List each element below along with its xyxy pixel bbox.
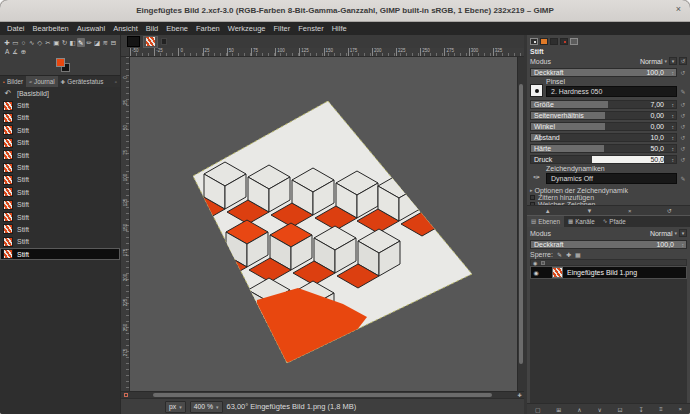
horizontal-scrollbar-thumb[interactable] [153,393,492,397]
spinner-icon[interactable]: ↕ [672,112,675,120]
layer-mode-switch-button[interactable]: ▾ [679,229,687,237]
spinner-icon[interactable]: ↕ [672,156,675,164]
history-item[interactable]: Stift [0,186,120,198]
opacity-slider[interactable]: Deckkraft 100,0 ↕ [530,68,677,77]
link-icon[interactable] [541,261,545,265]
tool-button[interactable]: ◪ [93,38,101,47]
tool-option-slider[interactable]: Härte 50,0 ↕ [530,144,677,153]
mode-reset-button[interactable]: ↺ [679,57,687,65]
tool-option-slider[interactable]: Abstand 10,0 ↕ [530,133,677,142]
tool-button[interactable]: ◇ [36,38,44,47]
tool-button[interactable]: ◧ [69,38,77,47]
menu-item[interactable]: Hilfe [328,22,351,35]
menu-item[interactable]: Bild [142,22,163,35]
anchor-layer-icon[interactable]: ↧ [638,406,643,413]
image-tab-active[interactable] [143,36,158,48]
spinner-icon[interactable]: ↕ [672,101,675,109]
history-item[interactable]: Stift [0,161,120,173]
menu-item[interactable]: Bearbeiten [29,22,73,35]
tool-button[interactable]: ⊟ [109,38,117,47]
reset-tool-icon[interactable]: ↺ [667,207,672,214]
tool-button[interactable]: ○ [19,38,27,47]
delete-preset-icon[interactable]: × [628,208,632,214]
brushes-tab-icon[interactable] [540,38,548,45]
tool-button[interactable]: ✏ [85,38,93,47]
delete-layer-icon[interactable]: × [679,406,683,412]
tool-button[interactable]: ▭ [11,38,19,47]
menu-item[interactable]: Werkzeuge [224,22,270,35]
merge-layer-icon[interactable]: ≡ [659,406,663,412]
history-item[interactable]: Stift [0,248,120,260]
tab-bilder[interactable]: ▪ Bilder [0,76,26,87]
reset-icon[interactable]: ↺ [679,69,687,76]
edit-brush-icon[interactable]: ✎ [679,88,687,95]
unit-select[interactable]: px ▾ [165,401,186,413]
tool-options-tab-icon[interactable] [530,38,538,45]
tool-button[interactable]: ▣ [52,38,60,47]
dynamics-name-field[interactable]: Dynamics Off [546,173,677,184]
tab-journal[interactable]: ≈ Journal [26,76,58,87]
spinner-icon[interactable]: ↕ [672,145,675,153]
horizontal-ruler[interactable]: -50-250255075100125150175200225250275300… [130,48,524,57]
lower-layer-icon[interactable]: ∨ [597,406,601,413]
history-item[interactable]: Stift [0,99,120,111]
patterns-tab-icon[interactable] [550,38,558,45]
vertical-ruler[interactable]: 0255075100125150175200225250275 [121,57,130,391]
reset-icon[interactable]: ↺ [679,123,687,130]
lock-pixels-icon[interactable]: ✎ [557,251,562,258]
brush-name-field[interactable]: 2. Hardness 050 [546,86,677,97]
tool-button[interactable]: ↻ [60,38,68,47]
spinner-icon[interactable]: ↕ [672,69,675,77]
history-item[interactable]: Stift [0,112,120,124]
tool-button[interactable]: ✚ [3,38,11,47]
brush-preview[interactable] [530,84,543,97]
image-tab[interactable] [127,36,140,47]
tab-ebenen[interactable]: ▤ Ebenen [527,216,564,227]
reset-icon[interactable]: ↺ [679,112,687,119]
tool-button[interactable]: ∿ [28,38,36,47]
history-item[interactable]: Stift [0,137,120,149]
spinner-icon[interactable]: ↕ [672,123,675,131]
save-preset-icon[interactable]: ▲ [545,208,551,214]
vertical-scrollbar[interactable] [517,57,524,391]
duplicate-layer-icon[interactable]: ⊡ [618,406,623,413]
menu-item[interactable]: Auswahl [73,22,109,35]
new-layer-icon[interactable]: ▢ [535,406,541,413]
foreground-color-swatch[interactable] [56,58,65,67]
history-item[interactable]: Stift [0,124,120,136]
history-item[interactable]: Stift [0,223,120,235]
tool-button[interactable]: A [3,47,11,56]
menu-item[interactable]: Datei [3,22,29,35]
tool-option-slider[interactable]: Größe 7,00 ↕ [530,100,677,109]
vertical-scrollbar-thumb[interactable] [519,84,523,365]
history-base-item[interactable]: ↶ [Basisbild] [0,87,120,99]
tool-option-slider[interactable]: Winkel 0,00 ↕ [530,122,677,131]
tool-button[interactable]: ∡ [11,47,19,56]
restore-preset-icon[interactable]: ▼ [586,208,592,214]
reset-icon[interactable]: ↺ [679,134,687,141]
lock-position-icon[interactable]: ✚ [566,251,571,258]
new-group-icon[interactable]: ⊞ [556,406,561,413]
tool-option-checkbox[interactable]: Zittern hinzufügen [530,194,687,201]
edit-dynamics-icon[interactable]: ✎ [679,175,687,182]
tool-option-slider[interactable]: Druck 50,0 ↕ [530,155,677,164]
history-item[interactable]: Stift [0,199,120,211]
tool-button[interactable]: ✂ [44,38,52,47]
mode-switch-button[interactable]: ▾ [669,57,677,65]
ruler-corner[interactable] [121,48,130,57]
tool-button[interactable]: ⊕ [19,47,27,56]
close-window-button[interactable]: × [676,4,681,14]
history-item[interactable]: Stift [0,236,120,248]
tool-option-slider[interactable]: Seitenverhältnis 0,00 ↕ [530,111,677,120]
menu-item[interactable]: Ebene [162,22,192,35]
tool-button[interactable]: ≋ [101,38,109,47]
spinner-icon[interactable]: ↕ [682,241,685,249]
image-tab[interactable] [161,38,167,45]
menu-item[interactable]: Fenster [294,22,327,35]
fonts-tab-icon[interactable] [560,38,568,45]
reset-icon[interactable]: ↺ [679,101,687,108]
history-item[interactable]: Stift [0,149,120,161]
eye-icon[interactable]: ◉ [532,269,540,276]
history-item[interactable]: Stift [0,174,120,186]
tab-kanaele[interactable]: ▦ Kanäle [564,216,599,227]
